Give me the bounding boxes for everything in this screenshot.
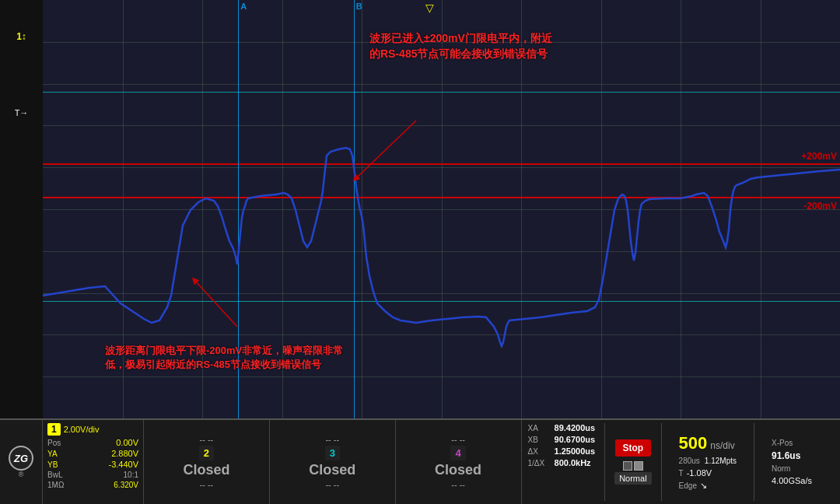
channel-squares	[623, 461, 643, 471]
ch1-yb-value: -3.440V	[108, 460, 138, 469]
bottom-panel: ZG ® 1 2.00V/div Pos 0.00V YA 2.880V YB …	[0, 418, 840, 504]
x-pos-label: X-Pos	[772, 439, 826, 447]
ch1-extra: 6.320V	[114, 481, 138, 489]
one-over-dx-value: 800.0kHz	[555, 458, 591, 467]
ch1-bwl-label: BwL	[47, 471, 62, 479]
scope-screen: +200mV -200mV A B ▽ 波形已进入±200mV门限电平内，附近 …	[43, 0, 840, 418]
ch4-dashes-bot: -- --	[451, 480, 465, 489]
one-over-dx-label: 1/ΔX	[528, 459, 550, 467]
ch3-closed-label: Closed	[309, 462, 355, 478]
ch4-number: 4	[450, 446, 465, 460]
ch2-dashes: -- --	[200, 435, 214, 444]
sq2	[634, 461, 643, 471]
mpts-280-label: 280us	[679, 457, 700, 465]
edge-symbol: ↘	[700, 481, 707, 491]
x-pos-value: 91.6us	[772, 450, 826, 461]
ch4-dashes: -- --	[451, 435, 465, 444]
norm-value: 4.00GSa/s	[772, 476, 826, 485]
trigger-t-marker: T→	[15, 108, 29, 117]
ch2-number: 2	[199, 446, 214, 460]
ch1-pos-label: Pos	[47, 439, 61, 447]
timebase-unit: ns/div	[710, 440, 734, 451]
timebase-value: 500	[679, 433, 708, 453]
mpts-label: 1.12Mpts	[705, 457, 737, 465]
ch1-vdiv: 2.00V/div	[64, 425, 100, 434]
ch1-ya-label: YA	[47, 450, 58, 458]
bottom-annotation: 波形距离门限电平下限-200mV非常近，噪声容限非常 低，极易引起附近的RS-4…	[105, 344, 343, 372]
xb-label: XB	[528, 436, 550, 444]
cursor-measurements: XA 89.4200us XB 90.6700us ΔX 1.25000us 1…	[528, 423, 596, 501]
channel3-panel: -- -- 3 Closed -- --	[270, 420, 396, 504]
right-measurements-panel: XA 89.4200us XB 90.6700us ΔX 1.25000us 1…	[522, 420, 840, 504]
control-buttons: Stop Normal	[614, 423, 651, 501]
ch1-yb-label: YB	[47, 460, 58, 469]
ch2-closed-label: Closed	[183, 462, 229, 478]
channel1-marker: 1↕	[16, 31, 26, 42]
edge-label: Edge	[679, 481, 697, 490]
top-annotation: 波形已进入±200mV门限电平内，附近 的RS-485节点可能会接收到错误信号	[369, 31, 552, 61]
ch3-dashes-bot: -- --	[325, 480, 339, 489]
normal-area: Normal	[614, 461, 651, 485]
xa-label: XA	[528, 424, 550, 432]
ch1-ya-value: 2.880V	[111, 449, 138, 458]
xa-value: 89.4200us	[555, 423, 596, 432]
logo-area: ZG ®	[0, 420, 43, 504]
ch3-dashes: -- --	[325, 435, 339, 444]
stop-button[interactable]: Stop	[615, 439, 652, 457]
left-sidebar: 1↕ T→	[0, 0, 43, 418]
ch3-number: 3	[325, 446, 340, 460]
ch4-closed-label: Closed	[435, 462, 481, 478]
ch1-bwl-value: 10:1	[124, 471, 138, 479]
channel2-panel: -- -- 2 Closed -- --	[144, 420, 270, 504]
normal-label: Normal	[614, 472, 651, 485]
ch1-pos-value: 0.00V	[116, 438, 138, 447]
ch1-number: 1	[47, 423, 61, 436]
channel4-panel: -- -- 4 Closed -- --	[396, 420, 522, 504]
delta-x-value: 1.25000us	[555, 446, 596, 456]
t-value: -1.08V	[687, 468, 712, 478]
ch1-imp: 1MΩ	[47, 481, 64, 489]
channel1-panel: 1 2.00V/div Pos 0.00V YA 2.880V YB -3.44…	[43, 420, 144, 504]
timebase-trigger-panel: 500 ns/div 280us 1.12Mpts T -1.08V Edge …	[671, 423, 744, 501]
t-label: T	[679, 469, 684, 478]
zg-logo: ZG	[9, 446, 33, 471]
delta-x-label: ΔX	[528, 447, 550, 456]
xb-value: 90.6700us	[555, 435, 596, 444]
norm-label: Norm	[772, 464, 826, 473]
ch2-dashes-bot: -- --	[200, 480, 214, 489]
sq1	[623, 461, 632, 471]
xpos-panel: X-Pos 91.6us Norm 4.00GSa/s	[764, 423, 834, 501]
